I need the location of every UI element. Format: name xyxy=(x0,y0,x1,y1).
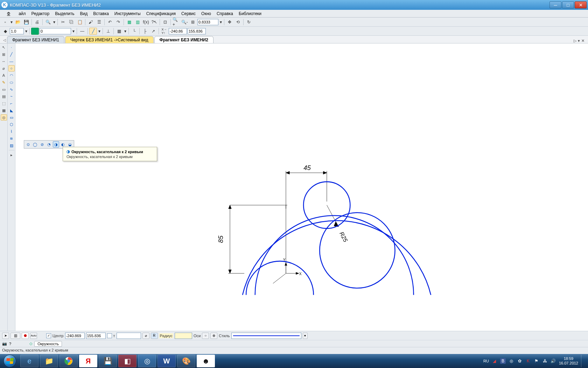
preview-icon[interactable]: 🔍 xyxy=(44,19,52,26)
tray-icon-4[interactable]: ✿ xyxy=(517,358,523,364)
grid-icon[interactable]: ▦ xyxy=(115,28,123,35)
start-button[interactable] xyxy=(0,354,20,368)
line-draw-icon[interactable]: ╱ xyxy=(89,28,97,35)
undo-icon[interactable]: ↶ xyxy=(106,19,114,26)
arc-icon[interactable]: ◠ xyxy=(8,72,15,79)
pan-icon[interactable]: ✥ xyxy=(226,19,233,26)
segment-icon[interactable]: — xyxy=(8,58,15,64)
menu-tools[interactable]: Инструменты xyxy=(112,11,144,17)
measure-icon[interactable]: ▤ xyxy=(1,93,7,100)
ellipse-icon[interactable]: ⬭ xyxy=(8,79,15,86)
stop-icon[interactable]: ⬣ xyxy=(22,333,29,339)
left-side-icons[interactable]: ▥ xyxy=(10,333,20,339)
contour-icon[interactable]: ⌇ xyxy=(8,128,15,135)
save-icon[interactable]: 💾 xyxy=(22,19,30,26)
circle-tan2-icon[interactable]: ◑ xyxy=(53,141,59,148)
select-arrow-icon[interactable]: ↖ xyxy=(1,44,7,50)
menu-window[interactable]: Окно xyxy=(198,11,214,17)
geometry-icon[interactable]: ⊞ xyxy=(1,51,7,57)
polygon-icon[interactable]: ⬡ xyxy=(8,121,15,128)
center-x-input[interactable] xyxy=(65,333,85,339)
zoom-in-icon[interactable]: 🔍+ xyxy=(172,19,180,26)
circle-diam-icon[interactable]: ⊘ xyxy=(39,141,45,148)
taskbar-ie-icon[interactable]: e xyxy=(20,355,38,367)
cut-icon[interactable]: ✂ xyxy=(59,19,67,26)
snap-icon[interactable]: ◆ xyxy=(1,28,9,35)
d-button[interactable]: ⌀ xyxy=(142,333,149,339)
layer-input[interactable] xyxy=(40,28,71,34)
expand-icon[interactable]: ▸ xyxy=(8,152,15,158)
scale-input[interactable] xyxy=(10,28,24,34)
edit-icon[interactable]: ✎ xyxy=(1,79,7,86)
scale-dropdown-icon[interactable]: ▾ xyxy=(24,28,28,35)
line-dropdown-icon[interactable]: ▾ xyxy=(98,28,101,35)
tray-icon-3[interactable]: ◎ xyxy=(509,358,514,364)
line-style-icon[interactable]: — xyxy=(78,28,86,35)
axes-on-icon[interactable]: ⊕ xyxy=(210,333,217,339)
open-icon[interactable]: 📂 xyxy=(14,19,22,26)
local-cs-icon[interactable]: └ xyxy=(130,28,138,35)
select-group-icon[interactable]: ⬚ xyxy=(1,100,7,107)
menu-select[interactable]: Выделить xyxy=(52,11,77,17)
text-icon[interactable]: A xyxy=(1,72,7,79)
menu-spec[interactable]: Спецификация xyxy=(144,11,178,17)
proptab-circle[interactable]: Окружность xyxy=(34,341,62,347)
new-icon[interactable]: ▫ xyxy=(1,19,9,26)
zoom-out-icon[interactable]: 🔍- xyxy=(181,19,188,26)
prop-camera-icon[interactable]: 📷 xyxy=(2,341,7,346)
help-cursor-icon[interactable]: ?↖ xyxy=(150,19,158,26)
redo-icon[interactable]: ↷ xyxy=(114,19,122,26)
center-checkbox[interactable]: ✓ xyxy=(46,333,51,338)
menu-help[interactable]: Справка xyxy=(214,11,236,17)
views-icon[interactable]: ◎ xyxy=(1,114,7,121)
t-input[interactable] xyxy=(117,333,141,339)
ortho-draw-icon[interactable]: ├ xyxy=(141,28,149,35)
manager-icon[interactable]: ▦ xyxy=(125,19,133,26)
drawing-canvas[interactable]: ⊙ ◯ ⊘ ◔ ◑ ◐ ◒ ◑ Окружность, касательная … xyxy=(15,43,588,331)
hatch-icon[interactable]: ▨ xyxy=(8,142,15,149)
dimensions-icon[interactable]: ↔ xyxy=(1,58,7,64)
bezier-icon[interactable]: ~ xyxy=(8,93,15,100)
spline-icon[interactable]: ∿ xyxy=(8,86,15,93)
tab-fragment1[interactable]: Фрагмент БЕЗ ИМЕНИ1 xyxy=(7,36,64,43)
tabs-left-arrow-icon[interactable]: ◁ xyxy=(2,37,7,43)
tray-clock[interactable]: 18:59 16.07.2012 xyxy=(559,356,578,366)
grid-dropdown-icon[interactable]: ▾ xyxy=(124,28,127,35)
coord-x-input[interactable] xyxy=(169,28,187,34)
axes-off-icon[interactable]: ○ xyxy=(202,333,209,339)
tray-kaspersky-icon[interactable]: K xyxy=(525,358,531,364)
rectangle-icon[interactable]: ▭ xyxy=(8,114,15,121)
tabs-right-arrow-icon[interactable]: ▷ xyxy=(574,39,576,43)
taskbar-chrome-icon[interactable] xyxy=(59,355,78,367)
menu-view[interactable]: Вид xyxy=(77,11,91,17)
close-button[interactable]: ✕ xyxy=(575,1,587,8)
round-icon[interactable]: ↗ xyxy=(149,28,157,35)
taskbar-kompas-icon[interactable]: ◎ xyxy=(138,355,156,367)
taskbar-yandex-icon[interactable]: Я xyxy=(79,355,97,367)
style-dropdown-icon[interactable]: ▾ xyxy=(303,333,308,339)
chamfer-icon[interactable]: ◣ xyxy=(8,107,15,114)
properties-icon[interactable]: ☰ xyxy=(95,19,103,26)
point-icon[interactable]: · xyxy=(8,44,15,50)
zoom-input[interactable] xyxy=(197,19,218,25)
tray-volume-icon[interactable]: 🔊 xyxy=(551,358,556,364)
radius-input[interactable] xyxy=(175,333,192,339)
tabs-menu-icon[interactable]: ▾ xyxy=(578,39,580,43)
taskbar-explorer-icon[interactable]: 📁 xyxy=(40,355,58,367)
tab-drawing1[interactable]: Чертеж БЕЗ ИМЕНИ1 ->Системный вид xyxy=(65,36,154,43)
menu-service[interactable]: Сервис xyxy=(178,11,198,17)
tray-icon-1[interactable]: ◢ xyxy=(492,358,497,364)
run-icon[interactable]: ➤ xyxy=(2,333,9,339)
zoom-prev-icon[interactable]: ⟲ xyxy=(234,19,242,26)
copy-icon[interactable]: ⿻ xyxy=(68,19,75,26)
format-painter-icon[interactable]: 🖌 xyxy=(87,19,94,26)
paste-icon[interactable]: 📋 xyxy=(76,19,84,26)
circle-2pt-icon[interactable]: ◔ xyxy=(46,141,52,148)
taskbar-word-icon[interactable]: W xyxy=(158,355,176,367)
new-dropdown-icon[interactable]: ▾ xyxy=(10,19,13,26)
taskbar-app2-icon[interactable]: ☻ xyxy=(197,355,215,367)
param-icon[interactable]: ▭ xyxy=(1,86,7,93)
equidistant-icon[interactable]: ≋ xyxy=(8,135,15,142)
taskbar-save-icon[interactable]: 💾 xyxy=(99,355,117,367)
style-combo[interactable] xyxy=(231,333,301,339)
